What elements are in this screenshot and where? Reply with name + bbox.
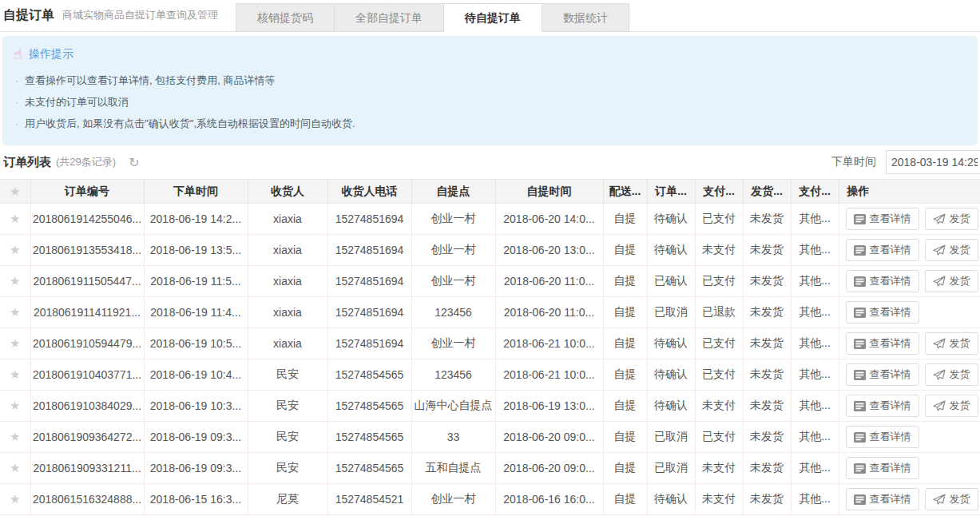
tab-bar: 核销提货码 全部自提订单 待自提订单 数据统计	[236, 3, 629, 31]
ship-button-label: 发货	[950, 492, 970, 506]
view-detail-button-label: 查看详情	[870, 461, 911, 475]
cell-pickup-point: 33	[411, 422, 495, 453]
cell-order-time: 2018-06-19 09:3...	[144, 453, 248, 484]
cell-consignee: 民安	[248, 391, 327, 422]
ship-button[interactable]: 发货	[925, 208, 978, 230]
cell-order-status: 待确认	[647, 328, 695, 359]
cell-pay-method: 其他...	[791, 484, 839, 515]
cell-pickup-point: 123456	[411, 359, 495, 391]
detail-icon	[854, 276, 866, 287]
operations-cell: 查看详情发货	[839, 235, 980, 266]
refresh-icon[interactable]: ↻	[129, 155, 139, 170]
view-detail-button-label: 查看详情	[870, 243, 911, 257]
tab-verify-pickup-code[interactable]: 核销提货码	[236, 3, 335, 32]
star-icon[interactable]: ★	[10, 492, 20, 506]
table-row: ★2018061911411921...2018-06-19 11:4...xi…	[0, 297, 980, 328]
detail-icon	[854, 245, 866, 256]
view-detail-button[interactable]: 查看详情	[846, 208, 919, 230]
view-detail-button[interactable]: 查看详情	[846, 332, 919, 355]
ship-button[interactable]: 发货	[925, 395, 978, 417]
view-detail-button[interactable]: 查看详情	[846, 426, 919, 448]
tip-item: 用户收货后, 如果没有点击"确认收货",系统自动根据设置的时间自动收货.	[14, 113, 966, 134]
pagination: 1 2 3 下一页	[0, 515, 980, 524]
view-detail-button[interactable]: 查看详情	[846, 270, 919, 292]
star-icon[interactable]: ★	[10, 367, 20, 381]
cell-order-no: 2018061914255046...	[30, 204, 144, 235]
ship-button[interactable]: 发货	[925, 270, 978, 292]
col-operations: 操作	[839, 180, 980, 204]
cell-ship-status: 未发货	[743, 297, 791, 328]
star-cell: ★	[0, 391, 30, 422]
cell-pay-method: 其他...	[791, 391, 839, 422]
cell-phone: 15274854565	[327, 422, 411, 453]
cell-pay-status: 未支付	[695, 391, 743, 422]
cell-delivery: 自提	[603, 391, 647, 422]
view-detail-button[interactable]: 查看详情	[846, 363, 919, 386]
ship-button[interactable]: 发货	[925, 363, 978, 386]
cell-order-time: 2018-06-19 09:3...	[144, 422, 248, 453]
star-icon[interactable]: ★	[10, 305, 20, 319]
view-detail-button-label: 查看详情	[870, 336, 911, 351]
paper-plane-icon	[933, 369, 946, 380]
cell-consignee: 民安	[248, 453, 327, 484]
cell-consignee: xiaxia	[248, 204, 327, 235]
cell-pickup-time: 2018-06-20 14:0...	[495, 204, 603, 235]
star-icon[interactable]: ★	[10, 243, 20, 256]
table-row: ★2018061914255046...2018-06-19 14:2...xi…	[0, 204, 980, 235]
tab-data-statistics[interactable]: 数据统计	[542, 3, 629, 32]
cell-pay-status: 未支付	[695, 484, 743, 515]
table-row: ★2018061913553418...2018-06-19 13:5...xi…	[0, 235, 980, 266]
paper-plane-icon	[933, 213, 946, 224]
col-ship-status: 发货...	[743, 180, 791, 204]
view-detail-button[interactable]: 查看详情	[846, 488, 919, 510]
cell-delivery: 自提	[603, 422, 647, 453]
cell-consignee: 民安	[248, 422, 327, 453]
view-detail-button[interactable]: 查看详情	[846, 395, 919, 417]
detail-icon	[854, 463, 866, 474]
col-consignee: 收货人	[248, 180, 327, 204]
ship-button-label: 发货	[950, 367, 970, 382]
cell-phone: 15274854521	[327, 484, 411, 515]
cell-delivery: 自提	[603, 484, 647, 515]
view-detail-button[interactable]: 查看详情	[846, 301, 919, 324]
ship-button[interactable]: 发货	[925, 239, 978, 261]
ship-button-label: 发货	[950, 212, 970, 226]
operations-cell: 查看详情发货	[839, 391, 980, 422]
view-detail-button[interactable]: 查看详情	[846, 239, 919, 261]
cell-pay-method: 其他...	[791, 328, 839, 359]
table-row: ★2018061909331211...2018-06-19 09:3...民安…	[0, 453, 980, 484]
star-cell: ★	[0, 359, 30, 391]
cell-order-status: 已取消	[647, 453, 695, 484]
col-order-time: 下单时间	[144, 180, 248, 204]
cell-pickup-time: 2018-06-20 13:0...	[495, 235, 603, 266]
record-count: (共29条记录)	[56, 155, 116, 169]
col-pay-status: 支付...	[695, 180, 743, 204]
col-pickup-time: 自提时间	[495, 180, 603, 204]
star-icon[interactable]: ★	[10, 212, 20, 225]
cell-pickup-time: 2018-06-21 10:0...	[495, 359, 603, 391]
order-time-filter-input[interactable]	[886, 150, 980, 174]
table-header-row: ★ 订单编号 下单时间 收货人 收货人电话 自提点 自提时间 配送... 订单.…	[0, 180, 980, 204]
star-icon[interactable]: ★	[10, 274, 20, 288]
cell-order-no: 2018061910403771...	[30, 359, 144, 391]
star-icon[interactable]: ★	[10, 336, 20, 350]
tab-all-pickup-orders[interactable]: 全部自提订单	[335, 3, 444, 32]
tip-item: 查看操作可以查看订单详情, 包括支付费用, 商品详情等	[14, 69, 966, 91]
star-icon[interactable]: ★	[10, 430, 20, 443]
ship-button[interactable]: 发货	[925, 332, 978, 355]
operations-cell: 查看详情	[839, 422, 980, 453]
star-cell: ★	[0, 422, 30, 453]
cell-pickup-point: 123456	[411, 297, 495, 328]
cell-pickup-point: 创业一村	[411, 328, 495, 359]
star-icon[interactable]: ★	[10, 399, 20, 412]
ship-button[interactable]: 发货	[925, 488, 978, 510]
cell-order-time: 2018-06-19 10:4...	[144, 359, 248, 391]
tab-pending-pickup-orders[interactable]: 待自提订单	[444, 3, 542, 32]
cell-phone: 15274851694	[327, 235, 411, 266]
cell-order-status: 已取消	[647, 297, 695, 328]
cell-order-no: 2018061910594479...	[30, 328, 144, 359]
star-cell: ★	[0, 328, 30, 359]
star-icon[interactable]: ★	[10, 461, 20, 474]
view-detail-button[interactable]: 查看详情	[846, 457, 919, 479]
cell-pay-method: 其他...	[791, 266, 839, 297]
